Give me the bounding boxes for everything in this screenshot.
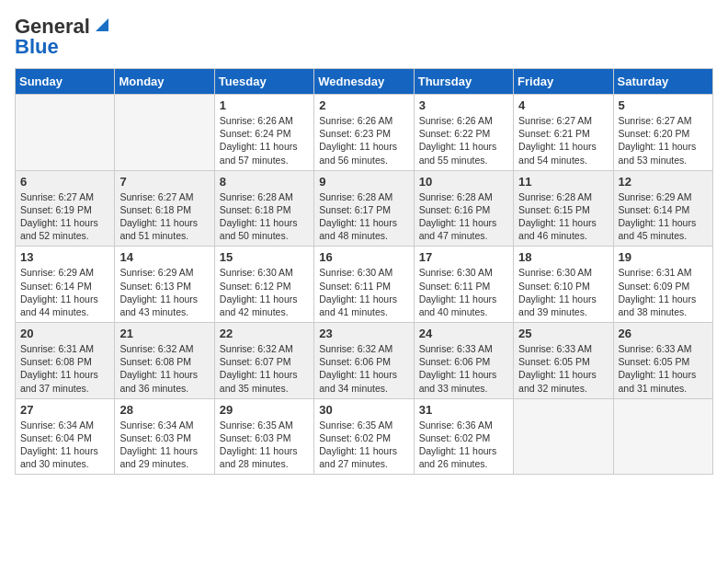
calendar-cell: 22Sunrise: 6:32 AMSunset: 6:07 PMDayligh… <box>214 323 313 399</box>
weekday-header-wednesday: Wednesday <box>314 69 414 95</box>
day-info: Sunrise: 6:30 AMSunset: 6:12 PMDaylight:… <box>220 266 309 318</box>
day-info: Sunrise: 6:26 AMSunset: 6:22 PMDaylight:… <box>419 114 508 167</box>
day-info: Sunrise: 6:29 AMSunset: 6:14 PMDaylight:… <box>619 190 708 243</box>
calendar-cell: 16Sunrise: 6:30 AMSunset: 6:11 PMDayligh… <box>314 247 414 323</box>
day-info: Sunrise: 6:32 AMSunset: 6:06 PMDaylight:… <box>319 342 408 395</box>
calendar-cell: 1Sunrise: 6:26 AMSunset: 6:24 PMDaylight… <box>214 95 313 171</box>
day-number: 21 <box>119 327 209 340</box>
calendar-cell: 28Sunrise: 6:34 AMSunset: 6:03 PMDayligh… <box>115 398 214 475</box>
calendar-table: SundayMondayTuesdayWednesdayThursdayFrid… <box>15 68 713 475</box>
day-number: 3 <box>419 98 508 112</box>
day-number: 23 <box>319 327 408 340</box>
day-info: Sunrise: 6:28 AMSunset: 6:16 PMDaylight:… <box>419 190 508 243</box>
calendar-week-row: 13Sunrise: 6:29 AMSunset: 6:14 PMDayligh… <box>16 247 713 323</box>
day-number: 11 <box>518 175 608 189</box>
calendar-cell: 7Sunrise: 6:27 AMSunset: 6:18 PMDaylight… <box>115 170 214 247</box>
day-number: 13 <box>20 250 109 264</box>
day-info: Sunrise: 6:27 AMSunset: 6:20 PMDaylight:… <box>619 114 708 167</box>
calendar-cell: 15Sunrise: 6:30 AMSunset: 6:12 PMDayligh… <box>214 247 313 323</box>
calendar-cell: 19Sunrise: 6:31 AMSunset: 6:09 PMDayligh… <box>613 247 712 323</box>
calendar-cell <box>514 398 613 475</box>
day-info: Sunrise: 6:26 AMSunset: 6:24 PMDaylight:… <box>220 114 309 167</box>
day-info: Sunrise: 6:34 AMSunset: 6:03 PMDaylight:… <box>119 419 209 471</box>
day-number: 6 <box>20 175 109 189</box>
day-info: Sunrise: 6:36 AMSunset: 6:02 PMDaylight:… <box>419 419 508 471</box>
day-number: 2 <box>319 98 408 112</box>
day-number: 7 <box>119 175 209 189</box>
day-number: 27 <box>20 403 109 417</box>
calendar-cell: 6Sunrise: 6:27 AMSunset: 6:19 PMDaylight… <box>16 170 115 247</box>
day-number: 5 <box>619 98 708 112</box>
calendar-cell: 30Sunrise: 6:35 AMSunset: 6:02 PMDayligh… <box>314 398 414 475</box>
calendar-cell: 8Sunrise: 6:28 AMSunset: 6:18 PMDaylight… <box>214 170 313 247</box>
svg-marker-0 <box>96 18 108 31</box>
calendar-cell: 4Sunrise: 6:27 AMSunset: 6:21 PMDaylight… <box>514 95 613 171</box>
weekday-header-tuesday: Tuesday <box>214 69 313 95</box>
day-info: Sunrise: 6:28 AMSunset: 6:17 PMDaylight:… <box>319 190 408 243</box>
calendar-cell: 18Sunrise: 6:30 AMSunset: 6:10 PMDayligh… <box>514 247 613 323</box>
calendar-cell: 23Sunrise: 6:32 AMSunset: 6:06 PMDayligh… <box>314 323 414 399</box>
day-info: Sunrise: 6:30 AMSunset: 6:10 PMDaylight:… <box>518 266 608 318</box>
day-info: Sunrise: 6:29 AMSunset: 6:14 PMDaylight:… <box>20 266 109 318</box>
calendar-cell: 2Sunrise: 6:26 AMSunset: 6:23 PMDaylight… <box>314 95 414 171</box>
day-info: Sunrise: 6:27 AMSunset: 6:19 PMDaylight:… <box>20 190 109 243</box>
day-info: Sunrise: 6:33 AMSunset: 6:06 PMDaylight:… <box>419 342 508 395</box>
day-info: Sunrise: 6:27 AMSunset: 6:21 PMDaylight:… <box>518 114 608 167</box>
calendar-cell: 3Sunrise: 6:26 AMSunset: 6:22 PMDaylight… <box>414 95 513 171</box>
calendar-cell: 12Sunrise: 6:29 AMSunset: 6:14 PMDayligh… <box>613 170 712 247</box>
day-number: 15 <box>220 250 309 264</box>
day-info: Sunrise: 6:33 AMSunset: 6:05 PMDaylight:… <box>518 342 608 395</box>
calendar-cell: 11Sunrise: 6:28 AMSunset: 6:15 PMDayligh… <box>514 170 613 247</box>
day-info: Sunrise: 6:30 AMSunset: 6:11 PMDaylight:… <box>419 266 508 318</box>
day-info: Sunrise: 6:26 AMSunset: 6:23 PMDaylight:… <box>319 114 408 167</box>
page-header: General Blue <box>15 15 713 59</box>
calendar-cell: 10Sunrise: 6:28 AMSunset: 6:16 PMDayligh… <box>414 170 513 247</box>
day-info: Sunrise: 6:31 AMSunset: 6:09 PMDaylight:… <box>619 266 708 318</box>
day-info: Sunrise: 6:33 AMSunset: 6:05 PMDaylight:… <box>619 342 708 395</box>
day-number: 20 <box>20 327 109 340</box>
calendar-cell <box>613 398 712 475</box>
weekday-header-friday: Friday <box>514 69 613 95</box>
day-number: 26 <box>619 327 708 340</box>
logo: General Blue <box>15 15 112 59</box>
day-info: Sunrise: 6:28 AMSunset: 6:18 PMDaylight:… <box>220 190 309 243</box>
calendar-cell: 24Sunrise: 6:33 AMSunset: 6:06 PMDayligh… <box>414 323 513 399</box>
calendar-cell: 31Sunrise: 6:36 AMSunset: 6:02 PMDayligh… <box>414 398 513 475</box>
calendar-cell: 9Sunrise: 6:28 AMSunset: 6:17 PMDaylight… <box>314 170 414 247</box>
day-info: Sunrise: 6:31 AMSunset: 6:08 PMDaylight:… <box>20 342 109 395</box>
day-number: 9 <box>319 175 408 189</box>
calendar-week-row: 20Sunrise: 6:31 AMSunset: 6:08 PMDayligh… <box>16 323 713 399</box>
day-number: 29 <box>220 403 309 417</box>
day-info: Sunrise: 6:35 AMSunset: 6:02 PMDaylight:… <box>319 419 408 471</box>
calendar-header-row: SundayMondayTuesdayWednesdayThursdayFrid… <box>16 69 713 95</box>
day-info: Sunrise: 6:27 AMSunset: 6:18 PMDaylight:… <box>119 190 209 243</box>
calendar-cell: 21Sunrise: 6:32 AMSunset: 6:08 PMDayligh… <box>115 323 214 399</box>
day-number: 31 <box>419 403 508 417</box>
day-number: 17 <box>419 250 508 264</box>
day-info: Sunrise: 6:34 AMSunset: 6:04 PMDaylight:… <box>20 419 109 471</box>
calendar-cell: 14Sunrise: 6:29 AMSunset: 6:13 PMDayligh… <box>115 247 214 323</box>
calendar-cell: 29Sunrise: 6:35 AMSunset: 6:03 PMDayligh… <box>214 398 313 475</box>
day-number: 25 <box>518 327 608 340</box>
day-number: 8 <box>220 175 309 189</box>
day-number: 16 <box>319 250 408 264</box>
day-number: 1 <box>220 98 309 112</box>
weekday-header-saturday: Saturday <box>613 69 712 95</box>
calendar-week-row: 1Sunrise: 6:26 AMSunset: 6:24 PMDaylight… <box>16 95 713 171</box>
day-info: Sunrise: 6:29 AMSunset: 6:13 PMDaylight:… <box>119 266 209 318</box>
calendar-week-row: 6Sunrise: 6:27 AMSunset: 6:19 PMDaylight… <box>16 170 713 247</box>
day-info: Sunrise: 6:32 AMSunset: 6:07 PMDaylight:… <box>220 342 309 395</box>
day-info: Sunrise: 6:28 AMSunset: 6:15 PMDaylight:… <box>518 190 608 243</box>
day-number: 19 <box>619 250 708 264</box>
day-number: 24 <box>419 327 508 340</box>
calendar-cell: 17Sunrise: 6:30 AMSunset: 6:11 PMDayligh… <box>414 247 513 323</box>
day-number: 4 <box>518 98 608 112</box>
day-number: 18 <box>518 250 608 264</box>
day-number: 10 <box>419 175 508 189</box>
calendar-cell: 13Sunrise: 6:29 AMSunset: 6:14 PMDayligh… <box>16 247 115 323</box>
day-info: Sunrise: 6:32 AMSunset: 6:08 PMDaylight:… <box>119 342 209 395</box>
calendar-cell: 27Sunrise: 6:34 AMSunset: 6:04 PMDayligh… <box>16 398 115 475</box>
calendar-cell <box>16 95 115 171</box>
day-number: 28 <box>119 403 209 417</box>
weekday-header-monday: Monday <box>115 69 214 95</box>
